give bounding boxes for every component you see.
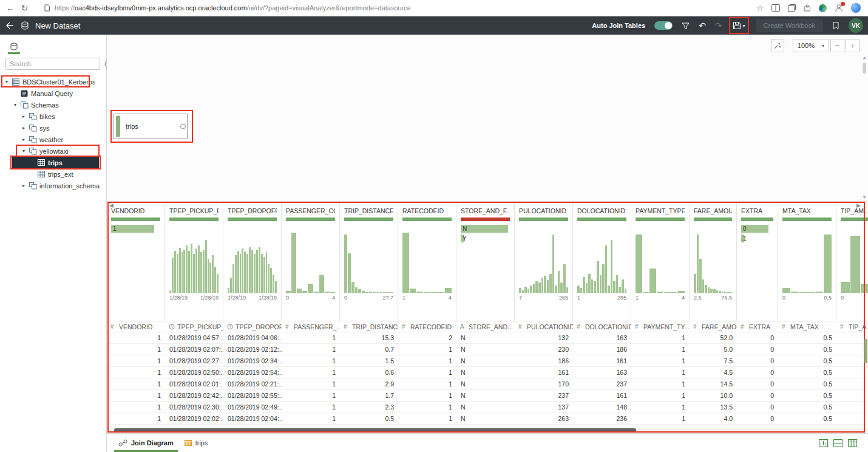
column-header-pulocationid[interactable]: #PULOCATIONID bbox=[515, 321, 573, 332]
table-row[interactable]: 101/28/2019 02:07:...01/28/2019 02:12:..… bbox=[107, 344, 868, 355]
table-node-trips[interactable]: trips bbox=[114, 114, 188, 139]
caret-collapsed-icon[interactable]: ▸ bbox=[21, 125, 27, 131]
column-card-tpep-pickup-dat[interactable]: TPEP_PICKUP_DAT...1/28/191/28/19 bbox=[165, 202, 223, 321]
grid-view-icon[interactable] bbox=[848, 439, 857, 447]
collections-icon[interactable] bbox=[788, 4, 796, 12]
redo-icon[interactable]: ↷ bbox=[715, 21, 722, 30]
caret-expanded-icon[interactable]: ▾ bbox=[12, 102, 18, 108]
tree-item-trips-ext[interactable]: trips_ext bbox=[0, 168, 106, 180]
column-card-passenger-co[interactable]: PASSENGER_CO...04 bbox=[282, 202, 340, 321]
column-card-pulocationid[interactable]: PULOCATIONID7265 bbox=[515, 202, 573, 321]
column-header-dolocationid[interactable]: #DOLOCATIONID bbox=[573, 321, 631, 332]
back-button[interactable] bbox=[5, 21, 15, 30]
column-header-trip-distance[interactable]: #TRIP_DISTANCE bbox=[340, 321, 398, 332]
tab-join-diagram[interactable]: Join Diagram bbox=[113, 434, 179, 452]
table-row[interactable]: 101/28/2019 02:30:...01/28/2019 02:49:..… bbox=[107, 402, 868, 413]
tree-item-schemas[interactable]: ▾Schemas bbox=[0, 99, 106, 111]
column-header-tpep-pickup-d[interactable]: TPEP_PICKUP_D... bbox=[165, 321, 223, 332]
histogram-bar bbox=[235, 255, 237, 293]
column-card-mta-tax[interactable]: MTA_TAX00.5 bbox=[778, 202, 836, 321]
column-header-payment-ty[interactable]: #PAYMENT_TY... bbox=[631, 321, 690, 332]
search-input[interactable] bbox=[5, 58, 100, 70]
save-button[interactable]: ▾ bbox=[731, 20, 747, 31]
address-bar[interactable]: https://oac4bds-idseylbmv0mm-px.analytic… bbox=[44, 4, 749, 12]
create-workbook-button[interactable]: Create Workbook bbox=[756, 19, 823, 32]
horizontal-split-view-icon[interactable] bbox=[833, 439, 843, 447]
column-header-tpep-dropoff[interactable]: TPEP_DROPOFF... bbox=[223, 321, 282, 332]
column-header-vendorid[interactable]: #VENDORID bbox=[107, 321, 165, 332]
number-type-icon: # bbox=[840, 323, 846, 330]
save-menu-caret-icon[interactable]: ▾ bbox=[743, 23, 745, 29]
column-card-trip-distance[interactable]: TRIP_DISTANCE027.7 bbox=[340, 202, 398, 321]
table-row[interactable]: 101/28/2019 02:01:...01/28/2019 02:21:..… bbox=[107, 378, 868, 390]
column-card-tip-am[interactable]: TIP_AM...0 bbox=[836, 202, 868, 321]
column-card-extra[interactable]: EXTRA01 bbox=[737, 202, 778, 321]
caret-expanded-icon[interactable]: ▾ bbox=[21, 148, 27, 154]
zoom-in-button[interactable]: + bbox=[846, 39, 860, 52]
copilot-icon[interactable] bbox=[851, 3, 861, 13]
column-card-store-and-f[interactable]: STORE_AND_F...NY bbox=[456, 202, 515, 321]
column-header-passenger[interactable]: #PASSENGER_... bbox=[282, 321, 340, 332]
scroll-up-icon[interactable]: ▲ bbox=[863, 55, 867, 60]
diagram-view-icon[interactable] bbox=[819, 439, 828, 447]
column-header-mta-tax[interactable]: #MTA_TAX bbox=[778, 321, 836, 332]
scroll-down-icon[interactable]: ▼ bbox=[863, 195, 867, 199]
column-header-fare-amount[interactable]: #FARE_AMOUNT bbox=[690, 321, 737, 332]
column-card-dolocationid[interactable]: DOLOCATIONID1265 bbox=[573, 202, 631, 321]
scroll-columns-left-icon[interactable]: ◀ bbox=[109, 203, 114, 208]
page-info-icon[interactable] bbox=[44, 4, 50, 12]
auto-layout-button[interactable] bbox=[771, 39, 784, 52]
table-row[interactable]: 101/28/2019 02:50:...01/28/2019 02:54:..… bbox=[107, 367, 868, 378]
profile-icon[interactable] bbox=[835, 4, 843, 12]
tree-item-manual-query[interactable]: Manual Query bbox=[0, 87, 106, 99]
table-row[interactable]: 101/28/2019 04:57:...01/28/2019 04:06:..… bbox=[107, 332, 868, 344]
column-card-fare-amount[interactable]: FARE_AMOUNT2.576.5 bbox=[690, 202, 737, 321]
column-header-tip-a[interactable]: #TIP_A... bbox=[836, 321, 868, 332]
table-row[interactable]: 101/28/2019 02:02:...01/28/2019 02:04:..… bbox=[107, 413, 868, 425]
zoom-level-select[interactable]: 100% ▾ bbox=[793, 39, 829, 52]
tab-trips[interactable]: trips bbox=[179, 434, 214, 452]
filter-icon[interactable] bbox=[682, 22, 690, 30]
undo-icon[interactable]: ↶ bbox=[699, 21, 706, 30]
column-card-payment-type[interactable]: PAYMENT_TYPE14 bbox=[631, 202, 690, 321]
canvas-scroll-thumb[interactable] bbox=[863, 63, 866, 74]
horizontal-scrollbar[interactable] bbox=[107, 428, 868, 433]
user-avatar[interactable]: VK bbox=[849, 18, 863, 33]
column-header-ratecodeid[interactable]: #RATECODEID bbox=[398, 321, 456, 332]
browser-back-icon[interactable]: ← bbox=[6, 4, 14, 12]
canvas-vertical-scrollbar[interactable]: ▲ ▼ bbox=[862, 55, 867, 199]
join-connector-port[interactable] bbox=[180, 124, 186, 129]
extensions-icon[interactable] bbox=[804, 4, 811, 12]
connections-tab[interactable] bbox=[8, 43, 20, 54]
scroll-columns-right-icon[interactable]: ▶ bbox=[856, 203, 861, 208]
tree-item-bikes[interactable]: ▸bikes bbox=[0, 111, 106, 122]
column-card-vendorid[interactable]: VENDORID1 bbox=[107, 202, 165, 321]
favorite-star-icon[interactable]: ☆ bbox=[756, 4, 764, 12]
caret-collapsed-icon[interactable]: ▸ bbox=[21, 183, 27, 188]
tree-item-yellowtaxi[interactable]: ▾yellowtaxi bbox=[0, 145, 106, 157]
join-diagram-canvas[interactable]: 100% ▾ − + trips ▲ ▼ bbox=[107, 35, 868, 201]
tree-item-information-schema[interactable]: ▸information_schema bbox=[0, 180, 106, 191]
caret-collapsed-icon[interactable]: ▸ bbox=[21, 137, 27, 142]
browser-extension-badge-icon[interactable] bbox=[819, 4, 827, 12]
browser-refresh-icon[interactable]: ↻ bbox=[21, 4, 28, 12]
caret-expanded-icon[interactable]: ▾ bbox=[4, 79, 10, 84]
table-row[interactable]: 101/28/2019 02:42:...01/28/2019 02:55:..… bbox=[107, 390, 868, 402]
tree-item-trips[interactable]: trips bbox=[12, 157, 99, 168]
caret-collapsed-icon[interactable]: ▸ bbox=[21, 114, 27, 119]
auto-join-toggle[interactable] bbox=[654, 21, 673, 30]
tree-item-sys[interactable]: ▸sys bbox=[0, 122, 106, 134]
tree-item-bdscluster01-kerberos[interactable]: ▾BDSCluster01_Kerberos bbox=[0, 76, 106, 87]
horizontal-scroll-thumb[interactable] bbox=[114, 428, 636, 433]
column-card-tpep-dropoff-d[interactable]: TPEP_DROPOFF_D...1/28/191/28/19 bbox=[223, 202, 282, 321]
tree-item-weather[interactable]: ▸weather bbox=[0, 134, 106, 145]
table-cell: 01/28/2019 02:21:... bbox=[223, 378, 282, 389]
zoom-out-button[interactable]: − bbox=[830, 39, 844, 52]
preview-scroll-thumb[interactable] bbox=[864, 339, 867, 363]
split-screen-icon[interactable] bbox=[771, 4, 780, 12]
column-header-store-and[interactable]: ASTORE_AND... bbox=[456, 321, 515, 332]
bookmark-icon[interactable] bbox=[832, 21, 839, 30]
column-header-extra[interactable]: #EXTRA bbox=[737, 321, 778, 332]
table-row[interactable]: 101/28/2019 02:27:...01/28/2019 02:34:..… bbox=[107, 355, 868, 367]
column-card-ratecodeid[interactable]: RATECODEID14 bbox=[398, 202, 456, 321]
